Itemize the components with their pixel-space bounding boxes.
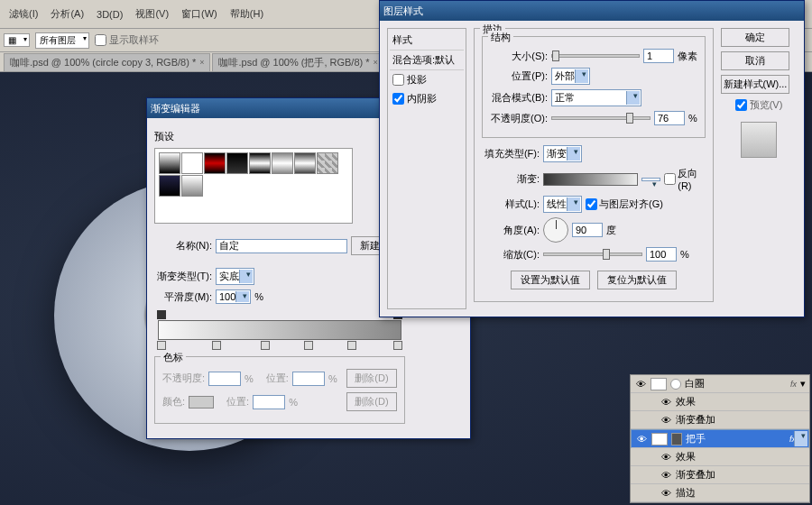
layer-effect-row[interactable]: 👁描边 <box>631 484 809 502</box>
visibility-icon[interactable]: 👁 <box>660 451 672 464</box>
color-stop[interactable] <box>157 341 166 350</box>
preset-swatch[interactable] <box>249 152 271 174</box>
mask-thumb[interactable] <box>670 379 681 390</box>
close-icon[interactable]: × <box>374 58 378 67</box>
layer-name[interactable]: 白圈 <box>685 377 705 390</box>
chevron-down-icon[interactable]: ▾ <box>799 433 805 445</box>
pos-label: 位置(P): <box>490 69 548 83</box>
color-stop[interactable] <box>261 341 270 350</box>
reset-default-button[interactable]: 复位为默认值 <box>597 271 677 289</box>
fx-badge[interactable]: fx <box>789 435 796 444</box>
layer-effect-row[interactable]: 👁效果 <box>631 448 809 466</box>
name-input[interactable] <box>216 239 347 253</box>
layer-thumb[interactable] <box>651 378 667 390</box>
color-stop[interactable] <box>304 341 313 350</box>
menu-window[interactable]: 窗口(W) <box>176 5 223 23</box>
size-input[interactable] <box>643 49 674 63</box>
label: 投影 <box>407 73 427 87</box>
opacity-input[interactable] <box>654 111 685 125</box>
preset-swatch[interactable] <box>294 152 316 174</box>
chevron-down-icon[interactable]: ▾ <box>800 378 806 390</box>
menu-view[interactable]: 视图(V) <box>130 5 174 23</box>
doc-tab-2[interactable]: 咖啡.psd @ 100% (把手, RGB/8) *× <box>212 53 383 71</box>
blend-label: 混合模式(B): <box>490 91 548 105</box>
layer-name[interactable]: 把手 <box>686 432 706 445</box>
ok-button[interactable]: 确定 <box>721 28 789 47</box>
close-icon[interactable]: × <box>199 58 204 67</box>
preset-swatch[interactable] <box>272 152 293 174</box>
preset-swatch[interactable] <box>159 175 180 197</box>
fx-badge[interactable]: fx <box>790 380 797 389</box>
color-stop[interactable] <box>347 341 356 350</box>
preview-checkbox[interactable]: 预览(V) <box>721 98 797 112</box>
gradient-swatch[interactable] <box>543 173 638 186</box>
mask-thumb[interactable] <box>671 433 682 445</box>
size-slider[interactable] <box>551 54 640 58</box>
align-checkbox[interactable]: 与图层对齐(G) <box>586 197 663 211</box>
opacity-stop[interactable] <box>157 310 166 319</box>
preset-swatch[interactable] <box>226 152 248 174</box>
menu-help[interactable]: 帮助(H) <box>225 5 269 23</box>
name-label: 名称(N): <box>154 239 212 252</box>
visibility-icon[interactable]: 👁 <box>635 433 648 445</box>
checkbox[interactable] <box>392 92 404 106</box>
grad-type-select[interactable]: 实底 <box>216 268 254 285</box>
new-style-button[interactable]: 新建样式(W)... <box>721 75 789 94</box>
sample-ring-checkbox[interactable]: 显示取样环 <box>95 33 159 47</box>
preset-grid[interactable] <box>154 148 353 224</box>
visibility-icon[interactable]: 👁 <box>660 487 672 500</box>
layers-dropdown[interactable]: 所有图层 <box>35 32 89 49</box>
blend-options-tab[interactable]: 混合选项:默认 <box>390 50 464 70</box>
pct: % <box>289 397 298 408</box>
delete-stop-button2: 删除(D) <box>346 392 397 411</box>
preset-swatch[interactable] <box>317 152 338 174</box>
set-default-button[interactable]: 设置为默认值 <box>511 271 590 289</box>
blend-mode-select[interactable]: 正常 <box>551 89 641 106</box>
layer-row[interactable]: 👁白圈fx▾ <box>631 375 809 393</box>
doc-tab-1[interactable]: 咖啡.psd @ 100% (circle copy 3, RGB/8) *× <box>4 53 210 71</box>
sample-dropdown[interactable]: ▦ <box>4 33 30 47</box>
layer-effect-row[interactable]: 👁渐变叠加 <box>631 466 809 484</box>
color-stop[interactable] <box>393 341 402 350</box>
fill-type-label: 填充类型(F): <box>482 147 540 161</box>
visibility-icon[interactable]: 👁 <box>660 396 672 409</box>
style-select[interactable]: 线性 <box>543 196 582 213</box>
drop-shadow-tab[interactable]: 投影 <box>390 70 464 89</box>
layer-effect-row[interactable]: 👁渐变叠加 <box>631 411 809 429</box>
layer-thumb[interactable] <box>651 433 668 445</box>
inner-shadow-tab[interactable]: 内阴影 <box>390 89 464 108</box>
menu-analysis[interactable]: 分析(A) <box>45 5 89 23</box>
color-stop[interactable] <box>212 341 221 350</box>
smooth-input[interactable]: 100 <box>216 289 251 304</box>
gradient-dropdown[interactable] <box>641 178 660 181</box>
cancel-button[interactable]: 取消 <box>721 51 789 70</box>
position-select[interactable]: 外部 <box>551 68 590 85</box>
reverse-checkbox[interactable]: 反向(R) <box>664 167 706 191</box>
preset-swatch[interactable] <box>181 175 203 197</box>
menu-filter[interactable]: 滤镜(I) <box>4 5 43 23</box>
sample-ring-label: 显示取样环 <box>109 33 159 47</box>
visibility-icon[interactable]: 👁 <box>660 469 672 482</box>
layer-row[interactable]: 👁把手fx▾ <box>631 429 809 448</box>
scale-label: 缩放(C): <box>482 248 540 262</box>
label: 反向(R) <box>678 167 706 191</box>
scale-input[interactable] <box>646 247 677 262</box>
opacity-slider[interactable] <box>551 116 651 120</box>
angle-input[interactable] <box>572 223 603 237</box>
angle-dial[interactable] <box>543 217 568 243</box>
pct-label: % <box>680 249 689 260</box>
gradient-bar[interactable] <box>158 320 401 340</box>
checkbox[interactable] <box>392 73 404 87</box>
visibility-icon[interactable]: 👁 <box>660 414 672 427</box>
delete-stop-button: 删除(D) <box>346 369 397 388</box>
menu-3d[interactable]: 3D(D) <box>91 6 128 23</box>
layer-effect-row[interactable]: 👁效果 <box>631 393 809 411</box>
preset-swatch[interactable] <box>181 152 203 174</box>
scale-slider[interactable] <box>543 252 642 256</box>
styles-tab[interactable]: 样式 <box>390 31 464 50</box>
fill-type-select[interactable]: 渐变 <box>543 145 582 162</box>
titlebar[interactable]: 图层样式 <box>380 1 804 21</box>
preset-swatch[interactable] <box>204 152 226 174</box>
preset-swatch[interactable] <box>159 152 180 174</box>
visibility-icon[interactable]: 👁 <box>634 378 647 390</box>
